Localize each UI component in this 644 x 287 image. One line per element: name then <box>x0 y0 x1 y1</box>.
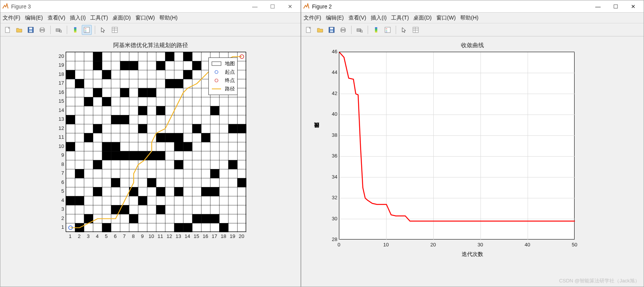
svg-rect-52 <box>129 151 139 161</box>
window-controls: — ☐ ✕ <box>246 1 299 12</box>
colorbar-icon[interactable] <box>70 25 80 35</box>
svg-rect-60 <box>183 142 193 151</box>
svg-rect-94 <box>129 61 139 71</box>
menu-edit[interactable]: 编辑(E) <box>326 15 344 21</box>
y-tick-label: 13 <box>55 116 64 122</box>
svg-rect-33 <box>75 196 84 205</box>
menu-insert[interactable]: 插入(I) <box>371 15 386 21</box>
save-icon[interactable] <box>327 25 337 35</box>
svg-rect-59 <box>174 142 183 151</box>
matlab-icon <box>2 3 9 10</box>
y-tick-label: 1 <box>55 224 64 230</box>
x-tick-label: 15 <box>193 233 200 239</box>
x-tick-label: 40 <box>523 242 532 248</box>
print-icon[interactable] <box>338 25 348 35</box>
y-tick-label: 8 <box>55 161 64 167</box>
y-tick-label: 19 <box>55 62 64 68</box>
menu-tools[interactable]: 工具(T) <box>90 15 108 21</box>
legend[interactable]: 地图 起点 终点 路径 <box>208 57 238 95</box>
svg-rect-96 <box>192 61 201 71</box>
svg-rect-99 <box>183 52 193 61</box>
y-tick-label: 6 <box>55 179 64 185</box>
svg-rect-63 <box>165 133 175 143</box>
minimize-button[interactable]: — <box>589 1 607 12</box>
menu-file[interactable]: 文件(F) <box>304 15 321 21</box>
matlab-icon <box>303 3 310 10</box>
menu-desktop[interactable]: 桌面(D) <box>112 15 130 21</box>
save-icon[interactable] <box>26 25 36 35</box>
maximize-button[interactable]: ☐ <box>607 1 624 12</box>
svg-rect-154 <box>342 31 345 32</box>
svg-rect-41 <box>111 178 121 187</box>
x-tick-label: 30 <box>476 242 485 248</box>
minimize-button[interactable]: — <box>246 1 264 12</box>
menu-help[interactable]: 帮助(H) <box>159 15 177 21</box>
print-preview-icon[interactable] <box>355 25 365 35</box>
close-button[interactable]: ✕ <box>281 1 299 12</box>
x-tick-label: 6 <box>111 233 119 239</box>
menu-edit[interactable]: 编辑(E) <box>25 15 43 21</box>
svg-rect-79 <box>93 88 102 97</box>
menu-desktop[interactable]: 桌面(D) <box>413 15 431 21</box>
svg-rect-85 <box>174 79 183 89</box>
close-button[interactable]: ✕ <box>624 1 642 12</box>
x-tick-label: 10 <box>147 233 155 239</box>
svg-rect-23 <box>220 223 229 233</box>
svg-rect-90 <box>102 70 111 79</box>
svg-rect-20 <box>102 223 111 233</box>
svg-rect-62 <box>156 133 165 143</box>
svg-rect-97 <box>93 52 102 61</box>
toolbar <box>301 23 644 36</box>
menu-help[interactable]: 帮助(H) <box>460 15 478 21</box>
svg-rect-49 <box>102 151 111 161</box>
new-icon[interactable] <box>304 25 314 35</box>
menu-file[interactable]: 文件(F) <box>3 15 20 21</box>
property-inspector-icon[interactable] <box>411 25 421 35</box>
legend-icon[interactable] <box>82 25 92 35</box>
colorbar-icon[interactable] <box>371 25 381 35</box>
svg-rect-65 <box>201 133 211 143</box>
svg-rect-61 <box>84 133 93 143</box>
pointer-icon[interactable] <box>98 25 108 35</box>
x-tick-label: 17 <box>211 233 218 239</box>
menubar: 文件(F) 编辑(E) 查看(V) 插入(I) 工具(T) 桌面(D) 窗口(W… <box>0 13 301 23</box>
svg-rect-10 <box>74 27 76 33</box>
print-preview-icon[interactable] <box>54 25 64 35</box>
window-title: Figure 3 <box>11 3 246 10</box>
x-tick-label: 16 <box>201 233 209 239</box>
x-tick-label: 5 <box>102 233 110 239</box>
svg-rect-98 <box>165 52 175 61</box>
open-icon[interactable] <box>14 25 24 35</box>
menu-window[interactable]: 窗口(W) <box>135 15 155 21</box>
line-axes[interactable] <box>339 52 575 239</box>
svg-rect-163 <box>413 27 418 33</box>
x-tick-label: 8 <box>129 233 137 239</box>
property-inspector-icon[interactable] <box>110 25 120 35</box>
y-tick-label: 20 <box>55 53 64 59</box>
svg-rect-25 <box>129 214 139 223</box>
maximize-button[interactable]: ☐ <box>264 1 281 12</box>
svg-rect-82 <box>147 88 157 97</box>
print-icon[interactable] <box>37 25 47 35</box>
svg-rect-83 <box>75 79 84 89</box>
pointer-icon[interactable] <box>399 25 409 35</box>
x-tick-label: 7 <box>121 233 128 239</box>
new-icon[interactable] <box>3 25 13 35</box>
figure-body: 收敛曲线 路径长度 迭代次数 CSDN @智能算法研学社（Jack旭） 2830… <box>301 36 644 287</box>
svg-rect-42 <box>147 178 157 187</box>
legend-icon[interactable] <box>383 25 393 35</box>
svg-rect-69 <box>228 124 238 133</box>
svg-rect-5 <box>41 28 44 29</box>
open-icon[interactable] <box>315 25 325 35</box>
svg-rect-68 <box>192 124 201 133</box>
y-tick-label: 16 <box>55 89 64 95</box>
menu-insert[interactable]: 插入(I) <box>70 15 86 21</box>
menu-view[interactable]: 查看(V) <box>348 15 367 21</box>
x-tick-label: 1 <box>66 233 74 239</box>
menu-tools[interactable]: 工具(T) <box>391 15 409 21</box>
x-tick-label: 3 <box>84 233 92 239</box>
y-tick-label: 2 <box>55 215 64 221</box>
y-tick-label: 14 <box>55 107 64 113</box>
menu-view[interactable]: 查看(V) <box>48 15 66 21</box>
menu-window[interactable]: 窗口(W) <box>436 15 456 21</box>
